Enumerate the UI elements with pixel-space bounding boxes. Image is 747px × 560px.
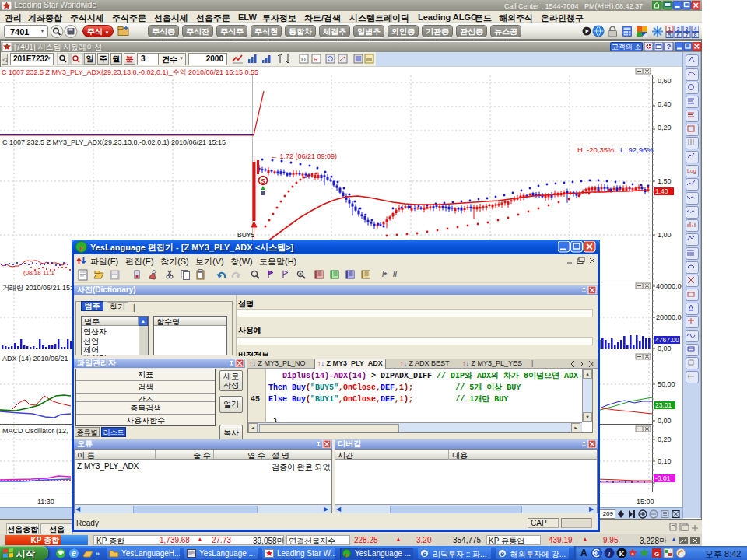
svg-text:0,10: 0,10 — [658, 457, 672, 465]
svg-text:BUY5: BUY5 — [237, 231, 254, 239]
svg-text:1,00: 1,00 — [658, 231, 672, 239]
svg-text:6: 6 — [677, 33, 680, 38]
svg-text:4: 4 — [694, 26, 697, 32]
svg-text:Log: Log — [687, 168, 696, 174]
svg-text:23.01: 23.01 — [655, 401, 672, 409]
svg-text:-0.01: -0.01 — [655, 474, 671, 482]
svg-text:G: G — [654, 551, 659, 558]
svg-text:ADX (14) 2010/06/21: ADX (14) 2010/06/21 — [2, 355, 68, 362]
svg-text:»: » — [96, 550, 100, 558]
svg-text:(08/18 11:1: (08/18 11:1 — [23, 269, 54, 276]
svg-text:C 1007 232.5 Z MY3_PLY_ADX(29,: C 1007 232.5 Z MY3_PLY_ADX(29,23,13,8,-0… — [2, 138, 226, 146]
svg-text:8: 8 — [694, 33, 697, 38]
svg-text:L: 92,96%: L: 92,96% — [620, 145, 654, 154]
svg-text:거래량 2010/06/21 15:: 거래량 2010/06/21 15: — [2, 284, 72, 292]
svg-text:40000,00: 40000,00 — [656, 282, 683, 290]
svg-text:e: e — [423, 550, 426, 558]
svg-text:7: 7 — [686, 33, 689, 38]
svg-text:K: K — [619, 550, 625, 558]
svg-text:11:30: 11:30 — [37, 498, 54, 506]
svg-text:4767.00: 4767.00 — [655, 336, 679, 344]
svg-text:0,20: 0,20 — [658, 124, 672, 131]
svg-text:20000,00: 20000,00 — [656, 313, 683, 321]
svg-text:3: 3 — [686, 26, 689, 32]
svg-text:0,00: 0,00 — [658, 345, 672, 352]
svg-text:e: e — [500, 550, 504, 558]
svg-text:5: 5 — [668, 33, 672, 38]
svg-text:15:00: 15:00 — [637, 498, 654, 506]
svg-text:0,00: 0,00 — [658, 417, 672, 425]
svg-text:1,50: 1,50 — [658, 177, 672, 185]
svg-text:H: -20,35%: H: -20,35% — [577, 145, 615, 154]
svg-text:1: 1 — [668, 26, 672, 32]
svg-text:D: D — [301, 56, 306, 63]
svg-text:2: 2 — [677, 26, 680, 32]
svg-text:50,00: 50,00 — [658, 380, 675, 388]
svg-text:1.40: 1.40 — [655, 187, 668, 195]
svg-text:/*: /* — [382, 271, 388, 278]
svg-text:0,20: 0,20 — [658, 436, 672, 443]
svg-text://: // — [393, 271, 398, 278]
svg-text:y: y — [345, 552, 349, 557]
svg-text:0,60: 0,60 — [658, 77, 672, 85]
svg-text:?: ? — [667, 43, 672, 51]
svg-text:0,40: 0,40 — [658, 100, 672, 108]
svg-text:← 1.72 (06/21 09:09): ← 1.72 (06/21 09:09) — [271, 152, 337, 160]
svg-text:e: e — [72, 549, 76, 558]
svg-text:MACD Oscillator (12,: MACD Oscillator (12, — [2, 427, 68, 435]
svg-text:R: R — [314, 56, 318, 63]
svg-text:y: y — [79, 244, 83, 251]
svg-text:S: S — [261, 177, 265, 185]
